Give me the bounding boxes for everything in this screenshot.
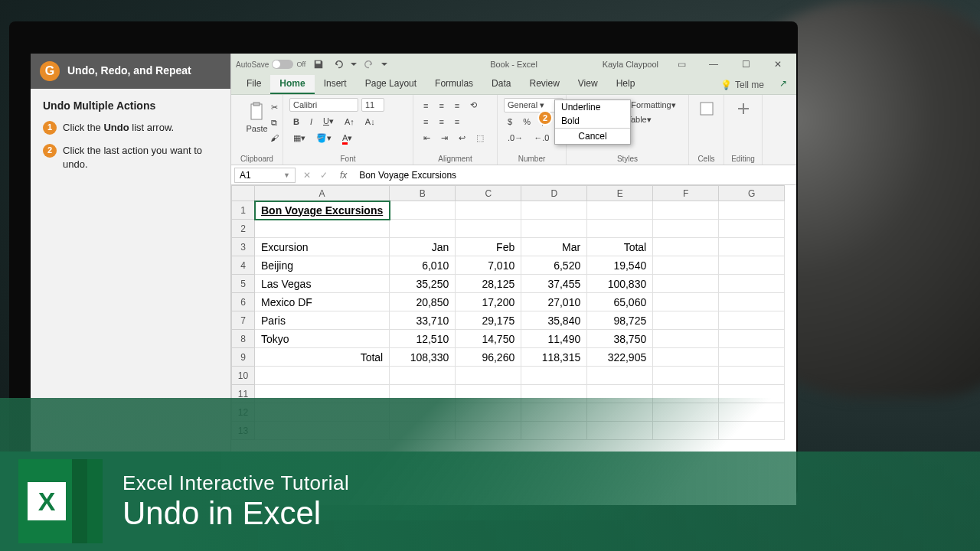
column-header[interactable]: C	[456, 186, 521, 201]
cell[interactable]	[456, 201, 521, 220]
row-header[interactable]: 4	[232, 256, 255, 275]
undo-dropdown-arrow[interactable]	[350, 56, 358, 73]
cell[interactable]	[456, 403, 521, 422]
chevron-down-icon[interactable]: ▼	[283, 171, 290, 179]
cell[interactable]	[653, 311, 719, 330]
cell[interactable]	[653, 422, 719, 440]
cell[interactable]: 33,710	[390, 311, 456, 330]
cell[interactable]: 108,330	[390, 348, 456, 367]
align-right-icon[interactable]: ≡	[451, 115, 463, 129]
cell[interactable]: Las Vegas	[255, 275, 390, 293]
cell[interactable]	[521, 422, 587, 440]
increase-indent-icon[interactable]: ⇥	[437, 131, 452, 145]
cancel-formula-icon[interactable]: ✕	[299, 170, 315, 181]
cut-icon[interactable]: ✂	[268, 101, 280, 113]
cell[interactable]	[653, 293, 719, 311]
cell[interactable]	[390, 220, 456, 238]
cell[interactable]	[521, 385, 587, 403]
cell[interactable]: 6,520	[521, 256, 587, 275]
enter-formula-icon[interactable]: ✓	[315, 170, 332, 181]
ribbon-tab-view[interactable]: View	[569, 75, 607, 94]
cells-button[interactable]	[695, 98, 717, 119]
cell[interactable]	[390, 385, 456, 403]
format-painter-icon[interactable]: 🖌	[268, 132, 280, 144]
row-header[interactable]: 5	[232, 275, 255, 293]
cell[interactable]: 37,455	[521, 275, 587, 293]
cell[interactable]	[521, 201, 587, 220]
cell[interactable]: Paris	[255, 311, 390, 330]
orientation-icon[interactable]: ⟲	[466, 98, 481, 112]
cell[interactable]: Mar	[521, 238, 587, 256]
cell[interactable]	[255, 220, 390, 238]
bold-button[interactable]: B	[289, 115, 303, 129]
cell[interactable]: 6,010	[390, 256, 456, 275]
cell[interactable]	[653, 201, 719, 220]
cell[interactable]: 28,125	[456, 275, 521, 293]
cell[interactable]	[719, 330, 785, 348]
decrease-indent-icon[interactable]: ⇤	[420, 131, 434, 145]
cell[interactable]: 27,010	[521, 293, 587, 311]
row-header[interactable]: 7	[232, 311, 255, 330]
cell[interactable]	[587, 422, 653, 440]
cell[interactable]	[719, 293, 785, 311]
cell[interactable]	[653, 348, 719, 367]
row-header[interactable]: 8	[232, 330, 255, 348]
cell-a1[interactable]: Bon Voyage Excursions	[255, 201, 390, 220]
ribbon-tab-formulas[interactable]: Formulas	[426, 75, 482, 94]
ribbon-tab-insert[interactable]: Insert	[315, 75, 356, 94]
ribbon-display-button[interactable]: ▭	[668, 55, 695, 73]
cell[interactable]: 98,725	[587, 311, 653, 330]
cell[interactable]: 17,200	[456, 293, 521, 311]
cell[interactable]: 14,750	[456, 330, 521, 348]
cell[interactable]	[390, 403, 456, 422]
fill-color-button[interactable]: 🪣▾	[312, 131, 335, 145]
cell[interactable]	[456, 422, 521, 440]
redo-button[interactable]	[361, 56, 377, 73]
column-header[interactable]: B	[390, 186, 456, 201]
cell[interactable]: Beijing	[255, 256, 390, 275]
decrease-decimal-icon[interactable]: ←.0	[530, 131, 553, 145]
increase-font-icon[interactable]: A↑	[341, 115, 358, 129]
cell[interactable]	[390, 422, 456, 440]
cell[interactable]	[255, 367, 390, 385]
cell[interactable]	[653, 220, 719, 238]
cell[interactable]	[719, 256, 785, 275]
cell[interactable]	[719, 220, 785, 238]
column-header[interactable]: G	[719, 186, 785, 201]
currency-icon[interactable]: $	[504, 115, 516, 129]
minimize-button[interactable]: —	[700, 55, 727, 73]
align-middle-icon[interactable]: ≡	[435, 99, 447, 112]
column-header[interactable]: D	[521, 186, 587, 201]
worksheet-grid[interactable]: ABCDEFG1Bon Voyage Excursions23Excursion…	[231, 185, 796, 505]
cell[interactable]: Total	[587, 238, 653, 256]
undo-cancel[interactable]: Cancel	[555, 128, 630, 144]
copy-icon[interactable]: ⧉	[268, 116, 280, 129]
cell[interactable]	[255, 422, 390, 440]
cell[interactable]	[719, 275, 785, 293]
cell[interactable]: 100,830	[587, 275, 653, 293]
row-header[interactable]: 9	[232, 348, 255, 367]
ribbon-tab-file[interactable]: File	[237, 75, 270, 94]
cell[interactable]: 38,750	[587, 330, 653, 348]
column-header[interactable]: F	[653, 186, 719, 201]
cell[interactable]: 7,010	[456, 256, 521, 275]
cell[interactable]: Excursion	[255, 238, 390, 256]
merge-icon[interactable]: ⬚	[472, 131, 488, 145]
cell[interactable]	[653, 256, 719, 275]
close-button[interactable]: ✕	[764, 55, 792, 73]
cell[interactable]	[719, 348, 785, 367]
cell[interactable]: Total	[255, 348, 390, 367]
undo-history-item[interactable]: Underline	[555, 100, 630, 114]
ribbon-tab-help[interactable]: Help	[607, 75, 645, 94]
maximize-button[interactable]: ☐	[732, 55, 760, 73]
user-name[interactable]: Kayla Claypool	[603, 60, 658, 69]
cell[interactable]: 20,850	[390, 293, 456, 311]
cell[interactable]: 96,260	[456, 348, 521, 367]
align-center-icon[interactable]: ≡	[435, 115, 447, 129]
cell[interactable]: Tokyo	[255, 330, 390, 348]
cell[interactable]: Mexico DF	[255, 293, 390, 311]
tell-me-search[interactable]: 💡 Tell me	[720, 75, 770, 94]
cell[interactable]: 35,250	[390, 275, 456, 293]
row-header[interactable]: 12	[232, 403, 255, 422]
cell[interactable]: 65,060	[587, 293, 653, 311]
